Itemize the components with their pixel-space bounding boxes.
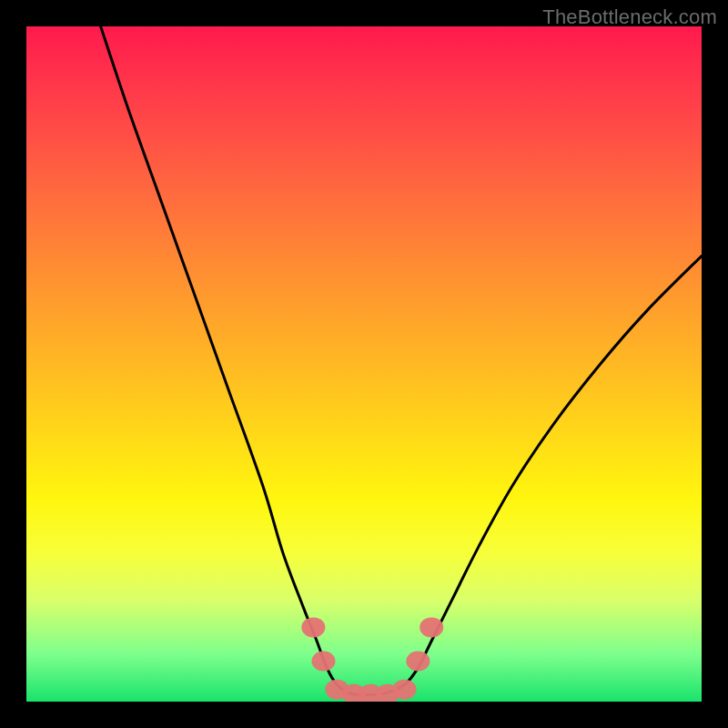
marker-right-cluster-1 xyxy=(406,651,430,671)
chart-svg xyxy=(26,26,702,702)
left-curve xyxy=(101,26,364,695)
marker-right-cluster-2 xyxy=(420,617,443,637)
marker-left-cluster-2 xyxy=(311,651,335,671)
right-curve xyxy=(364,256,702,694)
watermark-text: TheBottleneck.com xyxy=(542,5,717,29)
marker-left-cluster-1 xyxy=(301,617,325,637)
chart-plot-area xyxy=(26,26,702,702)
marker-bottom-5 xyxy=(393,680,417,700)
marker-layer xyxy=(301,617,443,702)
